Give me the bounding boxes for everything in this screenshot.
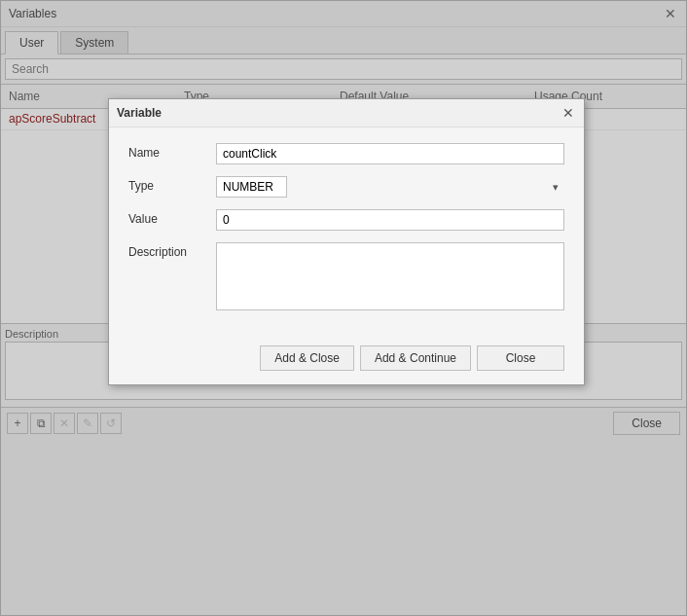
name-label: Name — [128, 143, 216, 160]
add-close-button[interactable]: Add & Close — [260, 345, 354, 371]
dialog-close-action-button[interactable]: Close — [477, 345, 564, 371]
dialog-value-field: Value — [128, 209, 564, 231]
value-input[interactable] — [216, 209, 564, 231]
name-input[interactable] — [216, 143, 564, 164]
dialog-description-label: Description — [128, 242, 216, 259]
type-label: Type — [128, 176, 216, 193]
dialog-title: Variable — [117, 106, 162, 120]
value-label: Value — [128, 209, 216, 226]
dialog-title-bar: Variable ✕ — [109, 99, 584, 127]
dialog-footer: Add & Close Add & Continue Close — [109, 338, 584, 384]
dialog-name-field: Name — [128, 143, 564, 164]
variable-dialog: Variable ✕ Name Type NUMBER STRING — [108, 98, 585, 385]
dialog-type-field: Type NUMBER STRING BOOLEAN INTEGER DECIM… — [128, 176, 564, 198]
dialog-close-button[interactable]: ✕ — [560, 105, 576, 121]
add-continue-button[interactable]: Add & Continue — [360, 345, 471, 371]
dialog-description-field: Description — [128, 242, 564, 310]
type-select[interactable]: NUMBER STRING BOOLEAN INTEGER DECIMAL — [216, 176, 287, 198]
type-select-wrapper: NUMBER STRING BOOLEAN INTEGER DECIMAL — [216, 176, 564, 198]
dialog-description-textarea[interactable] — [216, 242, 564, 310]
main-window: Variables ✕ User System Name Type Defaul… — [0, 0, 687, 616]
dialog-body: Name Type NUMBER STRING BOOLEAN INTEGER … — [109, 127, 584, 338]
modal-overlay: Variable ✕ Name Type NUMBER STRING — [1, 1, 686, 615]
